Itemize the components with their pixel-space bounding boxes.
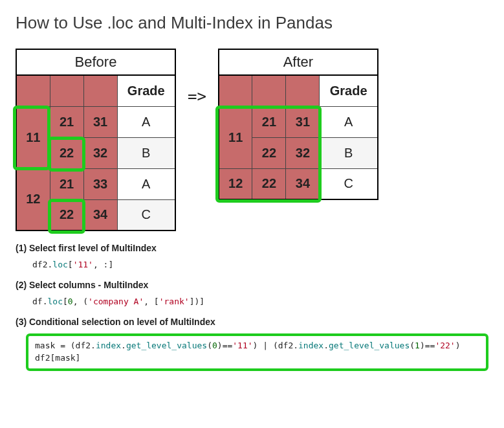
step-2-label: (2) Select columns - MultiIndex [16, 280, 488, 290]
idx-l2: 22 [50, 199, 83, 231]
idx-blank [252, 75, 286, 106]
idx-l3: 31 [83, 106, 117, 137]
idx-l3: 33 [83, 168, 117, 199]
idx-l1: 12 [16, 168, 50, 231]
cell-grade: A [320, 106, 378, 137]
idx-blank [16, 75, 50, 106]
step-3-code: mask = (df2.index.get_level_values(0)=='… [26, 333, 488, 371]
idx-l2: 22 [50, 137, 83, 168]
before-table-wrap: Before Grade 11 21 31 A 22 32 B 12 21 [16, 49, 176, 231]
after-table: After Grade 11 21 31 A 22 32 B 12 22 [218, 49, 378, 200]
before-table: Before Grade 11 21 31 A 22 32 B 12 21 [16, 49, 176, 231]
step-3-label: (3) Conditional selection on level of Mu… [16, 317, 488, 327]
cell-grade: B [320, 137, 378, 168]
idx-l1: 11 [219, 106, 252, 168]
step-1-label: (1) Select first level of MultiIndex [16, 243, 488, 253]
idx-l1: 12 [219, 168, 252, 199]
idx-blank [50, 75, 83, 106]
idx-l2: 21 [50, 168, 83, 199]
cell-grade: A [117, 168, 175, 199]
idx-l3: 34 [83, 199, 117, 231]
idx-l2: 22 [252, 137, 286, 168]
after-table-wrap: After Grade 11 21 31 A 22 32 B 12 22 [218, 49, 378, 200]
idx-l2: 21 [50, 106, 83, 137]
cell-grade: B [117, 137, 175, 168]
tables-row: Before Grade 11 21 31 A 22 32 B 12 21 [16, 49, 488, 231]
page-title: How to Use .loc and Multi-Index in Panda… [16, 13, 488, 33]
idx-l2: 22 [252, 168, 286, 199]
step-1-code: df2.loc['11', :] [32, 260, 488, 269]
before-caption: Before [16, 49, 176, 74]
idx-l1: 11 [16, 106, 50, 168]
idx-l2: 21 [252, 106, 286, 137]
cell-grade: A [117, 106, 175, 137]
idx-l3: 32 [83, 137, 117, 168]
idx-l3: 31 [286, 106, 320, 137]
arrow-icon: => [188, 49, 206, 106]
step-2-code: df.loc[0, ('company A', ['rank'])] [32, 297, 488, 306]
idx-blank [83, 75, 117, 106]
cell-grade: C [117, 199, 175, 231]
col-header-grade: Grade [320, 75, 378, 106]
cell-grade: C [320, 168, 378, 199]
idx-blank [286, 75, 320, 106]
after-caption: After [218, 49, 378, 74]
idx-blank [219, 75, 252, 106]
col-header-grade: Grade [117, 75, 175, 106]
idx-l3: 32 [286, 137, 320, 168]
idx-l3: 34 [286, 168, 320, 199]
